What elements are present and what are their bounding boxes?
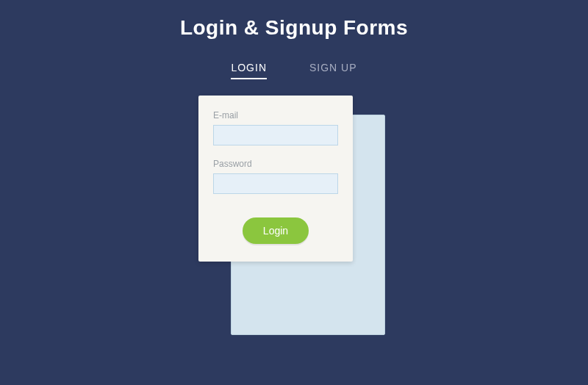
login-button[interactable]: Login xyxy=(243,217,309,244)
auth-tabs: LOGIN SIGN UP xyxy=(231,62,356,79)
tab-signup[interactable]: SIGN UP xyxy=(309,62,357,79)
password-label: Password xyxy=(213,159,338,169)
email-label: E-mail xyxy=(213,110,338,120)
page-title: Login & Signup Forms xyxy=(180,16,408,40)
card-stack: E-mail Password Login xyxy=(198,96,390,345)
password-field-group: Password xyxy=(213,159,338,194)
email-field-group: E-mail xyxy=(213,110,338,145)
login-card: E-mail Password Login xyxy=(198,96,353,262)
password-input[interactable] xyxy=(213,173,338,194)
email-input[interactable] xyxy=(213,125,338,145)
tab-login[interactable]: LOGIN xyxy=(231,62,267,79)
